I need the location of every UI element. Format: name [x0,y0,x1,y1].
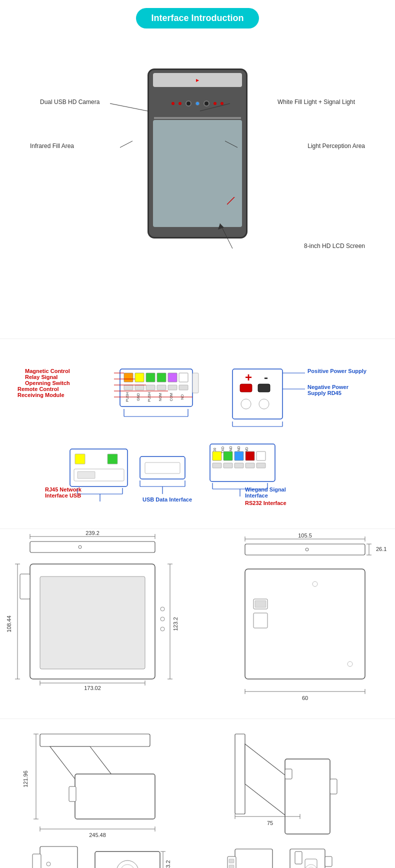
svg-point-87 [160,607,164,611]
svg-point-36 [259,399,269,409]
arrow-indicator [227,197,237,207]
svg-rect-129 [69,786,76,802]
svg-rect-50 [145,462,180,474]
device-front-section: Dual USB HD Camera White Fill Light + Si… [0,38,395,328]
device-body [148,68,248,238]
svg-rect-19 [179,385,188,390]
svg-text:239.2: 239.2 [86,530,100,536]
dimensions-section: 239.2 173.02 108.44 123.2 105.5 26.1 [0,528,395,718]
svg-rect-34 [258,384,270,392]
page-title: Interface Introduction [136,8,258,28]
mounting-svg: 121.96 245.48 123.2 [0,719,395,868]
svg-text:105.5: 105.5 [298,532,312,538]
svg-rect-68 [234,463,244,468]
svg-rect-165 [295,852,302,864]
svg-rect-44 [78,472,95,478]
svg-rect-66 [212,463,222,468]
svg-rect-11 [157,373,166,382]
svg-rect-12 [168,373,177,382]
svg-text:173.02: 173.02 [84,685,101,691]
page-header: Interface Introduction [0,0,395,38]
svg-rect-138 [40,846,78,868]
svg-rect-14 [124,385,133,390]
device-top-bar [153,73,242,87]
svg-rect-18 [168,385,177,390]
label-negative-power: Negative PowerSupply RD45 [308,384,348,396]
svg-rect-82 [30,542,155,552]
svg-rect-153 [330,779,337,794]
svg-rect-55 [210,444,275,482]
label-dual-usb: Dual USB HD Camera [40,98,100,106]
svg-point-88 [160,617,164,621]
svg-point-89 [160,627,164,631]
label-rs232: RS232 Interface [245,500,286,506]
svg-rect-161 [229,859,234,863]
svg-rect-154 [285,769,292,779]
svg-text:+: + [245,370,252,384]
svg-rect-86 [20,574,30,599]
svg-rect-126 [40,734,150,746]
label-light-perception: Light Perception Area [308,142,365,150]
ir-dot [214,102,216,105]
svg-rect-139 [32,854,41,868]
svg-rect-150 [235,734,245,814]
svg-marker-151 [245,744,290,819]
svg-text:123.2: 123.2 [172,617,178,631]
label-rj45: RJ45 NetworkInterface USB [45,486,82,498]
svg-rect-10 [146,373,155,382]
svg-rect-8 [124,373,133,382]
svg-point-35 [241,399,251,409]
label-magnetic: Magnetic Control [25,368,70,374]
svg-rect-118 [255,600,266,608]
dimensions-svg: 239.2 173.02 108.44 123.2 105.5 26.1 [0,529,395,719]
svg-line-0 [227,197,234,204]
label-usb-data: USB Data Interface [142,496,192,502]
label-positive-power: Positive Power Supply [308,368,366,374]
svg-rect-15 [135,385,144,390]
label-opening: Openning Switch [25,380,70,386]
svg-rect-70 [256,463,266,468]
svg-rect-9 [135,373,144,382]
svg-rect-85 [40,576,145,669]
camera-lens-right [204,100,210,106]
svg-rect-128 [75,774,155,819]
svg-rect-64 [246,452,254,460]
label-white-fill: White Fill Light + Signal Light [278,98,355,106]
svg-text:245.48: 245.48 [89,832,106,838]
mounting-section: 121.96 245.48 123.2 [0,718,395,868]
svg-rect-17 [157,385,166,390]
svg-rect-33 [240,384,252,392]
svg-rect-106 [245,544,365,555]
svg-rect-41 [75,454,85,464]
ir-dot [172,102,174,105]
camera-lens-left [186,100,192,106]
svg-rect-16 [146,385,155,390]
label-remote: Remote Control [18,386,59,392]
device-illustration [148,68,248,238]
svg-rect-61 [212,452,222,460]
svg-rect-119 [254,613,268,628]
svg-text:121.96: 121.96 [22,770,28,788]
ir-dot [220,102,224,105]
svg-rect-63 [234,452,244,460]
svg-rect-42 [108,454,118,464]
label-lcd-screen: 8-inch HD LCD Screen [304,242,365,250]
label-relay: Relay Signal [25,374,58,380]
svg-rect-69 [246,463,254,468]
svg-text:123.2: 123.2 [165,860,171,868]
ir-dot [178,102,182,105]
svg-text:26.1: 26.1 [376,546,386,552]
interface-connectors-section: PUSH GND PUSH NOM COM NO + - [0,338,395,518]
svg-line-3 [120,141,132,148]
svg-rect-67 [224,463,232,468]
svg-rect-162 [229,865,234,868]
svg-rect-169 [325,856,332,866]
svg-rect-13 [179,373,188,382]
label-infrared: Infrared Fill Area [30,142,74,150]
svg-rect-30 [232,369,282,419]
label-receiving: Receiving Module [18,392,64,398]
svg-rect-26 [192,373,198,393]
svg-text:-: - [264,370,268,384]
camera-area [159,91,236,116]
separator-line [154,117,241,119]
